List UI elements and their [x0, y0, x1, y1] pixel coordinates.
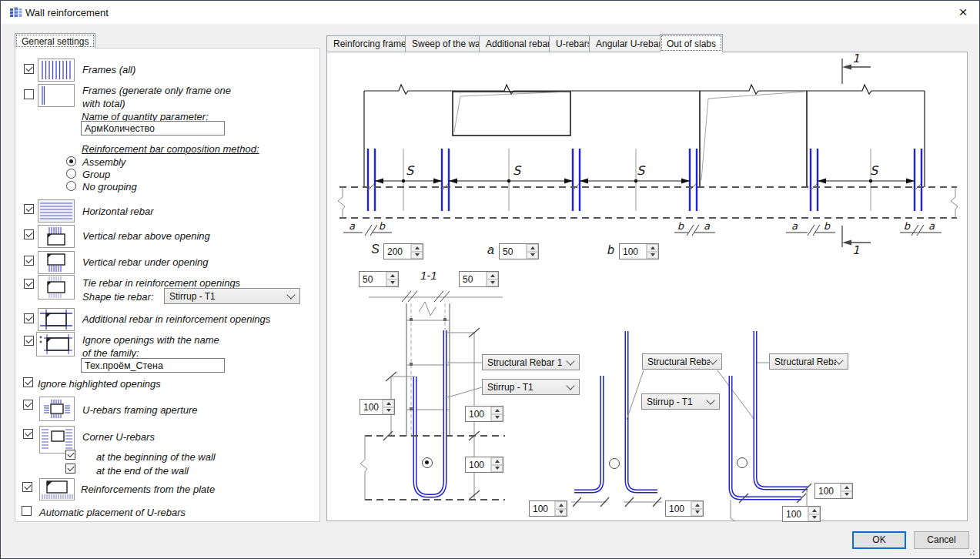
method-assembly-radio[interactable] — [66, 156, 76, 166]
foot-right-up-down[interactable] — [691, 501, 703, 516]
cancel-button[interactable]: Cancel — [914, 531, 969, 549]
anchorage-right-value[interactable]: 100 — [466, 407, 490, 421]
foot-lower-value[interactable]: 100 — [783, 507, 808, 521]
frames-one-checkbox[interactable] — [24, 89, 34, 99]
shape-option-double-l-radio[interactable] — [737, 457, 748, 468]
anchorage-left-value[interactable]: 100 — [360, 400, 382, 414]
close-icon[interactable]: × — [953, 2, 973, 22]
method-no-grouping-radio[interactable] — [66, 181, 76, 191]
window-title: Wall reinforcement — [25, 7, 109, 18]
u-rebar-end-label: at the end of the wall — [96, 465, 189, 477]
resize-grip[interactable] — [969, 548, 977, 556]
tie-rebar-icon — [38, 275, 75, 303]
svg-text:a: a — [791, 220, 798, 232]
embedment-depth-up-down[interactable] — [490, 457, 503, 472]
b-offset-up-down[interactable] — [646, 244, 658, 259]
foot-upper-value[interactable]: 100 — [815, 484, 840, 498]
out-of-slabs-drawing: SS SS ab ba ab ba — [326, 52, 968, 521]
shape-option-u-radio[interactable] — [422, 457, 433, 468]
u-rebar-end-checkbox[interactable] — [65, 464, 75, 474]
additional-rebar-icon — [38, 308, 75, 334]
shape-option-l-radio[interactable] — [609, 458, 620, 469]
svg-text:S: S — [637, 163, 646, 178]
structural-rebar-middle-value: Structural Rebar — [643, 356, 710, 367]
tab-general-settings[interactable]: General settings — [15, 33, 95, 49]
a-offset-value[interactable]: 50 — [500, 244, 526, 259]
foot-left-up-down[interactable] — [554, 501, 567, 516]
s-spacing-value[interactable]: 200 — [384, 244, 410, 259]
u-rebar-beginning-checkbox[interactable] — [65, 450, 75, 460]
b-offset-spinner: 100 — [619, 243, 659, 259]
vertical-under-checkbox[interactable] — [24, 256, 34, 266]
quantity-parameter-input[interactable] — [81, 121, 225, 136]
composition-method-label: Reinforcement bar composition method: — [82, 143, 259, 155]
svg-text:a: a — [928, 220, 935, 232]
frames-all-icon — [38, 59, 75, 85]
chevron-down-icon — [286, 290, 295, 299]
app-icon — [9, 6, 23, 22]
svg-text:a: a — [704, 220, 711, 232]
chevron-down-icon — [835, 356, 843, 364]
vertical-above-opening-icon — [38, 225, 75, 251]
tab-reinforcing-frames[interactable]: Reinforcing frames — [326, 35, 418, 52]
corner-u-rebars-checkbox[interactable] — [23, 429, 33, 439]
chevron-down-icon — [708, 356, 717, 364]
embedment-depth-value[interactable]: 100 — [466, 457, 490, 472]
foot-upper-up-down[interactable] — [840, 484, 852, 498]
ignore-openings-label-line1: Ignore openings with the name — [82, 334, 219, 346]
rebar-lines — [368, 149, 921, 211]
ignore-highlighted-checkbox[interactable] — [23, 377, 33, 387]
tie-rebar-checkbox[interactable] — [24, 279, 34, 289]
a-offset-up-down[interactable] — [526, 244, 538, 259]
ignore-openings-icon — [36, 332, 75, 360]
foot-lower-up-down[interactable] — [808, 507, 820, 521]
additional-rebar-checkbox[interactable] — [24, 313, 34, 323]
stirrup-t1-middle-value: Stirrup - T1 — [642, 397, 707, 407]
foot-right-spinner: 100 — [665, 500, 704, 517]
auto-placement-checkbox[interactable] — [22, 506, 32, 516]
stirrup-t1-section-select[interactable]: Stirrup - T1 — [482, 379, 580, 395]
vertical-above-checkbox[interactable] — [24, 229, 34, 239]
svg-text:S: S — [513, 163, 522, 178]
structural-rebar-1-select[interactable]: Structural Rebar 1 — [482, 354, 580, 370]
embedment-depth-spinner: 100 — [465, 457, 503, 473]
frames-all-checkbox[interactable] — [24, 64, 34, 74]
a-offset-spinner: 50 — [499, 243, 539, 259]
u-rebars-aperture-checkbox[interactable] — [23, 400, 33, 410]
s-spacing-spinner: 200 — [383, 243, 423, 259]
vertical-above-opening-label: Vertical rebar above opening — [82, 230, 210, 242]
foot-left-value[interactable]: 100 — [530, 501, 554, 516]
right-cover-value[interactable]: 50 — [460, 272, 486, 286]
method-assembly-label: Assembly — [82, 156, 125, 168]
left-cover-value[interactable]: 50 — [360, 272, 386, 286]
family-name-input[interactable] — [81, 358, 225, 373]
svg-text:1: 1 — [852, 243, 860, 257]
b-offset-value[interactable]: 100 — [620, 244, 646, 259]
foot-right-value[interactable]: 100 — [666, 501, 691, 516]
right-cover-up-down[interactable] — [486, 272, 498, 286]
structural-rebar-right-select[interactable]: Structural Rebar — [769, 353, 848, 370]
stirrup-t1-middle-select[interactable]: Stirrup - T1 — [641, 393, 720, 410]
method-group-radio[interactable] — [66, 169, 76, 179]
left-cover-up-down[interactable] — [386, 272, 398, 286]
chevron-down-icon — [566, 356, 574, 365]
frames-one-label-line1: Frames (generate only frame one — [82, 85, 231, 96]
reinforcements-plate-icon — [39, 478, 75, 504]
shape-tie-rebar-select[interactable]: Stirrup - T1 — [164, 288, 300, 304]
foot-lower-spinner: 100 — [782, 506, 821, 522]
frames-all-label: Frames (all) — [82, 64, 135, 75]
anchorage-right-up-down[interactable] — [490, 407, 503, 421]
foot-upper-spinner: 100 — [814, 483, 853, 499]
right-cover-spinner: 50 — [459, 271, 499, 287]
ok-button[interactable]: OK — [852, 531, 906, 549]
auto-placement-label: Automatic placement of U-rebars — [39, 507, 186, 518]
anchorage-left-up-down[interactable] — [382, 400, 394, 414]
horizontal-rebar-checkbox[interactable] — [24, 204, 34, 214]
reinforcements-plate-checkbox[interactable] — [22, 482, 32, 492]
s-spacing-up-down[interactable] — [410, 244, 423, 259]
ignore-openings-checkbox[interactable] — [24, 336, 34, 346]
tab-out-of-slabs[interactable]: Out of slabs — [660, 34, 723, 52]
svg-text:b: b — [904, 220, 911, 232]
structural-rebar-middle-select[interactable]: Structural Rebar — [642, 353, 722, 370]
horizontal-rebar-label: Horizontal rebar — [82, 206, 154, 217]
